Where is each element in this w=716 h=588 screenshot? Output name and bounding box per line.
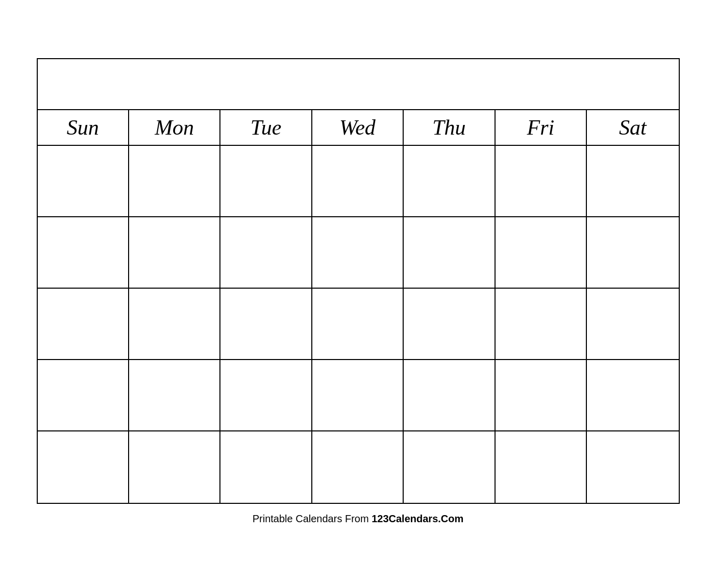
calendar-cell xyxy=(404,289,495,360)
calendar-cell xyxy=(312,289,404,360)
calendar-cell xyxy=(38,289,129,360)
page-wrapper: Sun Mon Tue Wed Thu Fri Sat xyxy=(27,48,690,540)
calendar-cell xyxy=(129,217,220,289)
calendar-cell xyxy=(587,360,678,431)
day-header-thu: Thu xyxy=(404,110,495,145)
calendar-cell xyxy=(496,360,587,431)
calendar-week-2 xyxy=(38,217,679,289)
calendar-cell xyxy=(404,431,495,503)
calendar-cell xyxy=(220,146,312,217)
calendar-cell xyxy=(404,217,495,289)
calendar-cell xyxy=(129,289,220,360)
day-header-wed: Wed xyxy=(312,110,404,145)
calendar-cell xyxy=(312,146,404,217)
footer-text-bold: 123Calendars.Com xyxy=(372,513,463,524)
calendar-cell xyxy=(312,217,404,289)
day-header-sun: Sun xyxy=(38,110,129,145)
calendar-title-row xyxy=(38,59,679,110)
calendar-cell xyxy=(38,431,129,503)
calendar-cell xyxy=(38,217,129,289)
calendar-cell xyxy=(129,146,220,217)
calendar-cell xyxy=(587,146,678,217)
day-header-tue: Tue xyxy=(220,110,312,145)
calendar-week-4 xyxy=(38,360,679,431)
day-header-mon: Mon xyxy=(129,110,220,145)
calendar-cell xyxy=(129,360,220,431)
calendar-week-3 xyxy=(38,289,679,360)
calendar-cell xyxy=(496,289,587,360)
calendar-cell xyxy=(496,431,587,503)
calendar-cell xyxy=(496,146,587,217)
calendar-cell xyxy=(587,217,678,289)
calendar-cell xyxy=(312,431,404,503)
calendar-cell xyxy=(129,431,220,503)
footer: Printable Calendars From 123Calendars.Co… xyxy=(37,504,680,530)
calendar-cell xyxy=(404,360,495,431)
calendar-cell xyxy=(220,289,312,360)
calendar-cell xyxy=(220,217,312,289)
calendar-week-1 xyxy=(38,146,679,217)
calendar-container: Sun Mon Tue Wed Thu Fri Sat xyxy=(37,58,680,504)
calendar-cell xyxy=(220,360,312,431)
day-header-fri: Fri xyxy=(496,110,587,145)
calendar-cell xyxy=(312,360,404,431)
calendar-cell xyxy=(38,146,129,217)
calendar-week-5 xyxy=(38,431,679,503)
calendar-cell xyxy=(587,431,678,503)
calendar-cell xyxy=(38,360,129,431)
calendar-cell xyxy=(587,289,678,360)
calendar-cell xyxy=(404,146,495,217)
calendar-header: Sun Mon Tue Wed Thu Fri Sat xyxy=(38,110,679,146)
footer-text-normal: Printable Calendars From xyxy=(253,513,372,524)
day-header-sat: Sat xyxy=(587,110,678,145)
calendar-cell xyxy=(496,217,587,289)
calendar-body xyxy=(38,146,679,503)
calendar-cell xyxy=(220,431,312,503)
